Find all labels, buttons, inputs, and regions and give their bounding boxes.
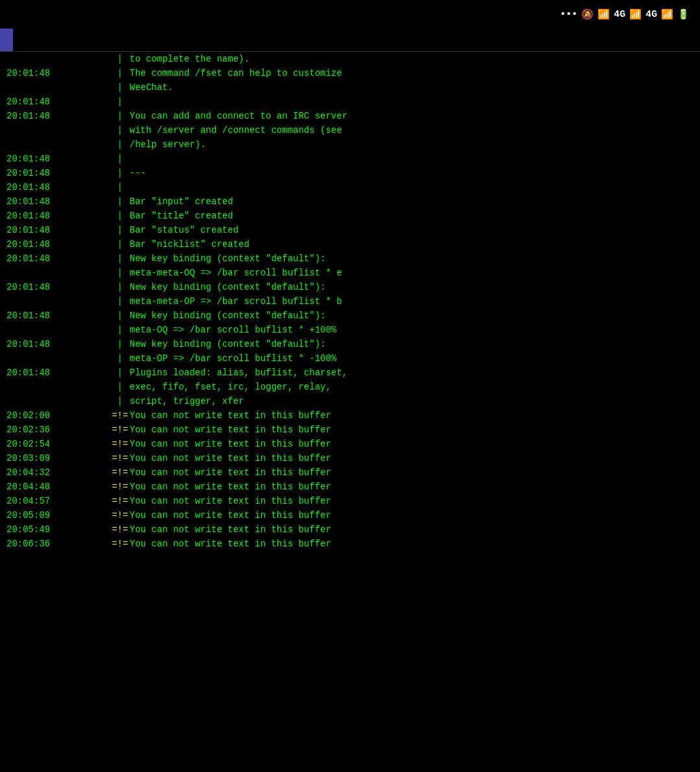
log-sep: |	[110, 166, 130, 180]
log-time: 20:03:09	[0, 451, 110, 465]
log-time	[0, 80, 110, 95]
log-line: |exec, fifo, fset, irc, logger, relay,	[0, 380, 700, 394]
log-sep: |	[110, 80, 130, 95]
log-line: 20:01:48|---	[0, 166, 700, 180]
log-sep: |	[110, 152, 130, 166]
log-sep: |	[110, 209, 130, 223]
log-sep: =!=	[110, 437, 130, 451]
log-line: 20:01:48|New key binding (context "defau…	[0, 337, 700, 351]
log-time	[0, 294, 110, 309]
log-line: 20:02:54=!=You can not write text in thi…	[0, 437, 700, 451]
log-time: 20:01:48	[0, 180, 110, 194]
tab-weechat[interactable]	[0, 29, 13, 51]
log-time	[0, 266, 110, 280]
log-time	[0, 123, 110, 137]
log-line: 20:01:48|New key binding (context "defau…	[0, 280, 700, 294]
log-line: |meta-meta-OP => /bar scroll buflist * b	[0, 294, 700, 309]
log-time: 20:01:48	[0, 152, 110, 166]
log-msg: You can not write text in this buffer	[130, 494, 700, 508]
chat-area: |to complete the name).20:01:48|The comm…	[0, 52, 700, 551]
log-time: 20:04:32	[0, 465, 110, 480]
log-sep: =!=	[110, 537, 130, 551]
log-time: 20:05:49	[0, 522, 110, 537]
buffer-title	[13, 38, 700, 43]
dots-icon: •••	[560, 9, 578, 20]
log-line: 20:01:48|New key binding (context "defau…	[0, 251, 700, 266]
log-time: 20:01:48	[0, 309, 110, 323]
log-line: 20:01:48|Bar "title" created	[0, 209, 700, 223]
log-sep: |	[110, 223, 130, 237]
log-sep: =!=	[110, 423, 130, 437]
log-line: 20:02:00=!=You can not write text in thi…	[0, 408, 700, 423]
log-line: 20:01:48|	[0, 95, 700, 109]
log-sep: |	[110, 309, 130, 323]
log-sep: =!=	[110, 480, 130, 494]
log-msg: Bar "nicklist" created	[130, 237, 700, 251]
log-msg: You can not write text in this buffer	[130, 465, 700, 480]
log-sep: =!=	[110, 522, 130, 537]
log-sep: =!=	[110, 408, 130, 423]
log-msg: Bar "status" created	[130, 223, 700, 237]
log-msg: New key binding (context "default"):	[130, 251, 700, 266]
log-sep: |	[110, 52, 130, 66]
log-line: |WeeChat.	[0, 80, 700, 95]
log-msg: You can not write text in this buffer	[130, 437, 700, 451]
log-time: 20:02:00	[0, 408, 110, 423]
log-msg	[130, 180, 700, 194]
log-time	[0, 351, 110, 366]
log-line: 20:01:48|Bar "status" created	[0, 223, 700, 237]
log-msg: Bar "title" created	[130, 209, 700, 223]
log-line: 20:03:09=!=You can not write text in thi…	[0, 451, 700, 465]
log-sep: |	[110, 66, 130, 80]
log-time: 20:02:36	[0, 423, 110, 437]
log-sep: |	[110, 280, 130, 294]
log-msg: New key binding (context "default"):	[130, 309, 700, 323]
log-msg: script, trigger, xfer	[130, 394, 700, 408]
log-line: |with /server and /connect commands (see	[0, 123, 700, 137]
log-time: 20:01:48	[0, 95, 110, 109]
log-sep: |	[110, 137, 130, 152]
log-time: 20:01:48	[0, 337, 110, 351]
log-line: 20:01:48|You can add and connect to an I…	[0, 109, 700, 123]
log-time	[0, 52, 110, 66]
log-sep: |	[110, 366, 130, 380]
log-line: 20:04:57=!=You can not write text in thi…	[0, 494, 700, 508]
log-line: |meta-OQ => /bar scroll buflist * +100%	[0, 323, 700, 337]
log-msg: /help server).	[130, 137, 700, 152]
log-line: 20:01:48|Bar "input" created	[0, 194, 700, 209]
log-line: |meta-meta-OQ => /bar scroll buflist * e	[0, 266, 700, 280]
log-msg: meta-OP => /bar scroll buflist * -100%	[130, 351, 700, 366]
log-msg: New key binding (context "default"):	[130, 337, 700, 351]
4g2-label: 4G	[646, 9, 657, 20]
log-sep: |	[110, 294, 130, 309]
log-time: 20:06:36	[0, 537, 110, 551]
log-time: 20:01:48	[0, 194, 110, 209]
system-icons: ••• 🔕 📶 4G 📶 4G 📶 🔋	[560, 8, 690, 21]
4g-label: 4G	[614, 9, 625, 20]
log-sep: |	[110, 394, 130, 408]
log-time	[0, 323, 110, 337]
log-time: 20:01:48	[0, 366, 110, 380]
log-line: |meta-OP => /bar scroll buflist * -100%	[0, 351, 700, 366]
log-msg: ---	[130, 166, 700, 180]
log-time	[0, 380, 110, 394]
log-line: 20:05:09=!=You can not write text in thi…	[0, 508, 700, 522]
log-sep: =!=	[110, 494, 130, 508]
log-line: 20:01:48|New key binding (context "defau…	[0, 309, 700, 323]
mute-icon: 🔕	[581, 8, 594, 21]
log-line: 20:04:32=!=You can not write text in thi…	[0, 465, 700, 480]
log-time: 20:05:09	[0, 508, 110, 522]
log-msg: You can not write text in this buffer	[130, 522, 700, 537]
log-sep: =!=	[110, 508, 130, 522]
tab-bar	[0, 29, 700, 52]
log-sep: |	[110, 237, 130, 251]
log-time: 20:01:48	[0, 209, 110, 223]
log-msg: You can not write text in this buffer	[130, 480, 700, 494]
log-line: 20:01:48|	[0, 180, 700, 194]
log-sep: |	[110, 95, 130, 109]
log-sep: |	[110, 123, 130, 137]
log-line: 20:06:36=!=You can not write text in thi…	[0, 537, 700, 551]
log-msg: The command /fset can help to customize	[130, 66, 700, 80]
log-sep: =!=	[110, 465, 130, 480]
log-time: 20:01:48	[0, 66, 110, 80]
